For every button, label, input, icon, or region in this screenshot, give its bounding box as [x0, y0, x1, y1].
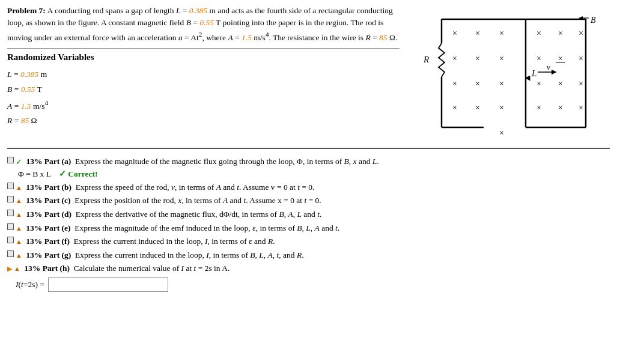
part-b-row: ▲ 13% Part (b) Express the speed of the … — [7, 181, 610, 194]
svg-text:×: × — [499, 129, 504, 138]
var-R-value: 85 — [379, 32, 388, 41]
svg-text:×: × — [579, 29, 583, 38]
part-g-text: 13% Part (g) Express the current induced… — [24, 249, 304, 262]
variable-L: L = 0.385 m — [7, 67, 400, 82]
svg-text:×: × — [536, 103, 541, 112]
problem-title: Problem 7: — [7, 6, 46, 15]
svg-text:×: × — [499, 54, 504, 63]
svg-text:×: × — [499, 29, 504, 38]
var-A-value: 1.5 — [242, 32, 252, 41]
svg-text:×: × — [536, 29, 541, 38]
part-e-row: ▲ 13% Part (e) Express the magnitude of … — [7, 222, 610, 235]
part-f-checkbox — [7, 237, 14, 243]
svg-text:×: × — [475, 54, 480, 63]
part-a-checkbox — [7, 157, 14, 163]
part-f-warning-icon: ▲ — [16, 237, 22, 247]
part-a-check-icon: ✓ — [16, 156, 22, 169]
part-b-text: 13% Part (b) Express the speed of the ro… — [24, 181, 315, 194]
part-f-text: 13% Part (f) Express the current induced… — [24, 235, 275, 248]
r-label: R — [423, 55, 429, 64]
var-L-value: 0.385 — [189, 6, 207, 15]
svg-text:×: × — [579, 103, 583, 112]
l-label: L — [531, 68, 536, 78]
answer-row: I(t=2s) = — [16, 278, 610, 292]
circuit-diagram: × × × × × × × × × × × × × × × × × — [406, 7, 598, 139]
svg-text:×: × — [558, 103, 563, 112]
var-B-value: 0.55 — [199, 18, 214, 27]
part-d-text: 13% Part (d) Express the derivative of t… — [24, 208, 321, 221]
answer-input[interactable] — [48, 278, 168, 292]
part-f-row: ▲ 13% Part (f) Express the current induc… — [7, 235, 610, 248]
part-e-warning-icon: ▲ — [16, 223, 22, 234]
svg-text:×: × — [452, 103, 457, 112]
part-e-text: 13% Part (e) Express the magnitude of th… — [24, 222, 339, 235]
part-a-text: 13% Part (a) Express the magnitude of th… — [24, 155, 379, 168]
svg-text:×: × — [579, 79, 583, 88]
svg-text:×: × — [579, 54, 583, 63]
part-g-checkbox — [7, 250, 14, 257]
parts-section: ✓ 13% Part (a) Express the magnitude of … — [0, 153, 617, 294]
answer-label: I(t=2s) = — [16, 280, 44, 290]
correct-label: ✓ Correct! — [59, 169, 98, 178]
variables-divider — [7, 48, 400, 49]
part-b-warning-icon: ▲ — [16, 183, 22, 193]
part-e-checkbox — [7, 223, 14, 230]
v-label: v — [547, 62, 550, 71]
part-c-checkbox — [7, 196, 14, 202]
randomized-variables-title: Randomized Variables — [7, 52, 400, 62]
part-g-row: ▲ 13% Part (g) Express the current induc… — [7, 249, 610, 262]
svg-text:×: × — [499, 103, 504, 112]
part-b-checkbox — [7, 183, 14, 189]
variables-list: L = 0.385 m B = 0.55 T A = 1.5 m/s4 R = … — [7, 67, 400, 128]
part-c-text: 13% Part (c) Express the position of the… — [24, 194, 321, 207]
part-a-answer: Φ = B x L ✓ Correct! — [18, 169, 610, 179]
b-label: B — [591, 16, 596, 25]
svg-text:×: × — [558, 29, 563, 38]
part-c-row: ▲ 13% Part (c) Express the position of t… — [7, 194, 610, 207]
part-g-warning-icon: ▲ — [16, 250, 22, 261]
variable-R: R = 85 Ω — [7, 114, 400, 128]
x-mark: × — [452, 29, 457, 38]
part-c-warning-icon: ▲ — [16, 196, 22, 207]
svg-text:×: × — [475, 79, 480, 88]
part-h-play-icon: ▶ — [7, 264, 12, 275]
part-a-row: ✓ 13% Part (a) Express the magnitude of … — [7, 155, 610, 169]
svg-text:×: × — [558, 79, 563, 88]
svg-text:×: × — [558, 54, 563, 63]
problem-text-col: Problem 7: A conducting rod spans a gap … — [7, 5, 400, 142]
section-divider — [7, 148, 610, 149]
problem-statement: Problem 7: A conducting rod spans a gap … — [7, 5, 400, 43]
variable-A: A = 1.5 m/s4 — [7, 97, 400, 114]
diagram-col: × × × × × × × × × × × × × × × × × — [406, 5, 610, 142]
part-d-row: ▲ 13% Part (d) Express the derivative of… — [7, 208, 610, 221]
part-h-row: ▶ ▲ 13% Part (h) Calculate the numerical… — [7, 262, 610, 275]
svg-text:×: × — [452, 54, 457, 63]
svg-text:×: × — [475, 29, 480, 38]
svg-text:×: × — [475, 103, 480, 112]
svg-text:×: × — [452, 79, 457, 88]
part-a-container: ✓ 13% Part (a) Express the magnitude of … — [7, 155, 610, 179]
part-d-checkbox — [7, 210, 14, 216]
main-container: Problem 7: A conducting rod spans a gap … — [0, 0, 617, 294]
svg-text:×: × — [536, 54, 541, 63]
svg-text:×: × — [536, 79, 541, 88]
top-section: Problem 7: A conducting rod spans a gap … — [0, 0, 617, 144]
variable-B: B = 0.55 T — [7, 82, 400, 97]
part-h-warning-icon: ▲ — [14, 264, 20, 275]
part-h-text: 13% Part (h) Calculate the numerical val… — [22, 262, 229, 275]
svg-text:×: × — [499, 79, 504, 88]
part-d-warning-icon: ▲ — [16, 210, 22, 220]
